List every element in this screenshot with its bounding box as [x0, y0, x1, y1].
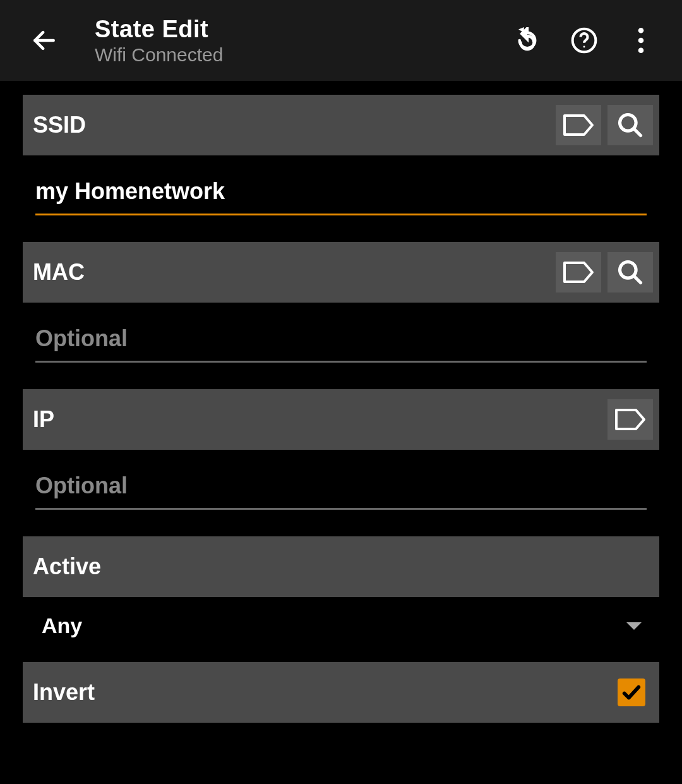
back-button[interactable]	[19, 15, 69, 66]
svg-point-4	[638, 28, 644, 33]
tag-icon	[563, 261, 594, 284]
ip-input[interactable]	[35, 466, 647, 510]
ip-tag-button[interactable]	[607, 399, 653, 440]
svg-point-3	[583, 46, 585, 48]
invert-row[interactable]: Invert	[23, 662, 659, 723]
search-icon	[616, 258, 644, 286]
mac-label: MAC	[33, 259, 549, 286]
app-header: State Edit Wifi Connected	[0, 0, 682, 81]
active-label: Active	[33, 553, 653, 580]
ssid-search-button[interactable]	[607, 105, 653, 145]
check-icon	[621, 682, 642, 703]
undo-icon	[514, 27, 541, 54]
mac-tag-button[interactable]	[556, 252, 601, 292]
ssid-tag-button[interactable]	[556, 105, 601, 145]
active-select[interactable]: Any	[23, 601, 659, 651]
active-header: Active	[23, 536, 659, 597]
svg-line-10	[634, 276, 641, 283]
help-button[interactable]	[565, 21, 603, 59]
mac-input[interactable]	[35, 319, 647, 363]
page-subtitle: Wifi Connected	[95, 44, 508, 66]
tag-icon	[563, 114, 594, 136]
svg-point-6	[638, 47, 644, 53]
page-title: State Edit	[95, 16, 508, 43]
svg-point-5	[638, 38, 644, 44]
title-block: State Edit Wifi Connected	[95, 16, 508, 66]
help-icon	[570, 27, 598, 54]
more-button[interactable]	[622, 21, 660, 59]
tag-icon	[614, 408, 646, 431]
ssid-input[interactable]	[35, 172, 647, 215]
header-actions	[508, 21, 669, 59]
ssid-header: SSID	[23, 95, 659, 155]
search-icon	[616, 111, 644, 139]
mac-input-wrap	[23, 306, 659, 363]
chevron-down-icon	[626, 622, 642, 630]
ip-header: IP	[23, 389, 659, 450]
invert-checkbox[interactable]	[618, 678, 645, 706]
ip-input-wrap	[23, 454, 659, 510]
ip-label: IP	[33, 406, 601, 433]
ssid-label: SSID	[33, 112, 549, 138]
mac-search-button[interactable]	[607, 252, 653, 292]
arrow-left-icon	[30, 27, 58, 54]
content: SSID MAC	[0, 81, 682, 723]
invert-label: Invert	[33, 679, 618, 706]
ssid-input-wrap	[23, 159, 659, 215]
undo-button[interactable]	[508, 21, 546, 59]
mac-header: MAC	[23, 242, 659, 303]
more-vertical-icon	[638, 28, 644, 53]
svg-line-8	[634, 129, 641, 136]
active-value: Any	[42, 613, 626, 638]
